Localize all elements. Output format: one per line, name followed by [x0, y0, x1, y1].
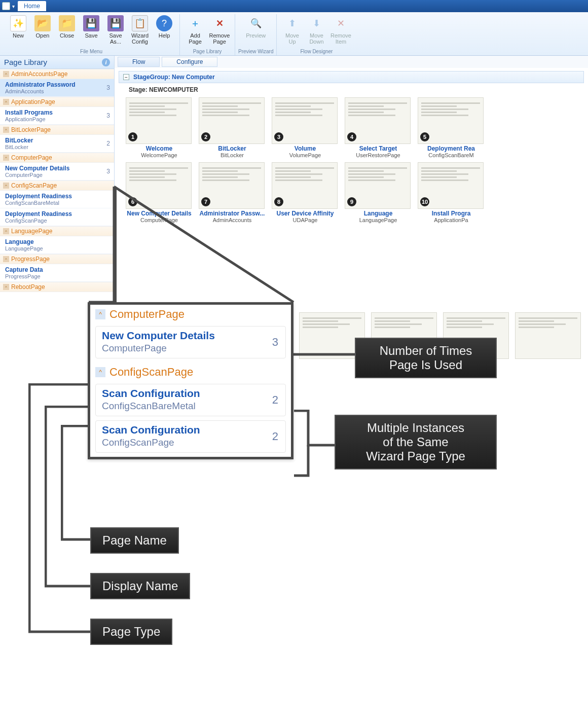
- removepage-button[interactable]: ✕Remove Page: [207, 14, 232, 46]
- thumb-title: Volume: [272, 145, 339, 152]
- chevron-up-icon[interactable]: ^: [95, 367, 105, 377]
- ribbon: ✨New 📂Open 📁Close 💾Save 💾Save As... 📋Wiz…: [0, 12, 588, 56]
- chevron-up-icon: ^: [3, 183, 9, 189]
- lib-group-header[interactable]: ^BitLockerPage: [0, 125, 114, 135]
- ribbon-group-preview: 🔍Preview Preview Wizard: [235, 14, 277, 55]
- thumb-number-badge: 3: [274, 132, 283, 141]
- lib-item-count: 2: [106, 140, 110, 147]
- preview-button[interactable]: 🔍Preview: [244, 14, 268, 40]
- lib-group-label: ConfigScanPage: [11, 182, 57, 189]
- page-thumb[interactable]: 4Select TargetUserRestorePage: [345, 97, 412, 158]
- thumb-title: Install Progra: [418, 210, 485, 217]
- page-thumb[interactable]: 5Deployment ReaConfigScanBareM: [418, 97, 485, 158]
- lib-item[interactable]: BitLockerBitLocker2: [0, 135, 114, 153]
- callout-page-name: ConfigScanBareMetal: [102, 401, 279, 412]
- lib-group-header[interactable]: ^ComputerPage: [0, 153, 114, 163]
- info-icon[interactable]: i: [102, 58, 110, 66]
- thumb-number-badge: 5: [420, 132, 429, 141]
- addpage-button[interactable]: ＋Add Page: [183, 14, 207, 46]
- thumb-title: Deployment Rea: [418, 145, 485, 152]
- tab-flow[interactable]: Flow: [118, 57, 160, 67]
- callout-group-header: ^ ConfigScanPage: [90, 363, 291, 382]
- lib-item-count: 3: [106, 168, 110, 175]
- open-button[interactable]: 📂Open: [30, 14, 55, 46]
- moveup-icon: ⬆: [284, 15, 300, 31]
- lib-item-name: AdminAccounts: [5, 88, 110, 94]
- movedown-button[interactable]: ⬇Move Down: [304, 14, 328, 46]
- thumb-subtitle: UserRestorePage: [345, 152, 412, 158]
- callout-group-label: ComputerPage: [109, 308, 185, 321]
- close-button[interactable]: 📁Close: [55, 14, 79, 46]
- ribbon-group-label: Flow Designer: [301, 49, 333, 55]
- callout-page-name: ComputerPage: [102, 343, 279, 354]
- chevron-up-icon: ^: [3, 228, 9, 234]
- sidebar-header: Page Library i: [0, 56, 114, 69]
- tab-configure[interactable]: Configure: [162, 57, 217, 67]
- lib-group-label: BitLockerPage: [11, 126, 51, 133]
- wizardconfig-button[interactable]: 📋Wizard Config: [128, 14, 152, 46]
- thumb-title: BitLocker: [199, 145, 266, 152]
- moveup-button[interactable]: ⬆Move Up: [280, 14, 304, 46]
- chevron-up-icon: ^: [3, 71, 9, 77]
- ribbon-group-label: File Menu: [80, 49, 102, 55]
- lib-item-name: ApplicationPage: [5, 116, 110, 122]
- stagegroup-title: StageGroup: New Computer: [133, 74, 215, 81]
- lib-item-display: New Computer Details: [5, 165, 110, 172]
- lib-item[interactable]: Administrator PasswordAdminAccounts3: [0, 79, 114, 97]
- callout-count: 2: [272, 393, 278, 407]
- page-thumb[interactable]: 9LanguageLanguagePage: [345, 162, 412, 223]
- callout-display-name: New Computer Details: [102, 330, 279, 342]
- lib-item-display: Install Programs: [5, 109, 110, 116]
- lib-item[interactable]: Install ProgramsApplicationPage3: [0, 107, 114, 125]
- help-icon: ?: [156, 15, 172, 31]
- chevron-up-icon[interactable]: ^: [95, 309, 105, 319]
- thumb-title: Language: [345, 210, 412, 217]
- annotation-count: Number of Times Page Is Used: [355, 338, 497, 378]
- thumb-number-badge: 4: [347, 132, 356, 141]
- chevron-up-icon: ^: [3, 127, 9, 133]
- stage-label: Stage: NEWCOMPUTER: [115, 83, 588, 95]
- page-thumb[interactable]: 10Install PrograApplicationPa: [418, 162, 485, 223]
- ribbon-group-label: Preview Wizard: [238, 49, 273, 55]
- document-icon[interactable]: [2, 2, 10, 10]
- page-thumb[interactable]: 3VolumeVolumePage: [272, 97, 339, 158]
- callout-group-label: ConfigScanPage: [109, 366, 193, 379]
- removeitem-button[interactable]: ✕Remove Item: [328, 14, 353, 46]
- chevron-up-icon: ^: [3, 99, 9, 105]
- saveas-button[interactable]: 💾Save As...: [103, 14, 128, 46]
- lib-item[interactable]: New Computer DetailsComputerPage3: [0, 163, 114, 180]
- stagegroup-header[interactable]: − StageGroup: New Computer: [119, 71, 584, 83]
- preview-icon: 🔍: [248, 15, 264, 31]
- sidebar-title: Page Library: [4, 58, 47, 66]
- lib-item-name: ComputerPage: [5, 172, 110, 178]
- titlebar: ▾ Home: [0, 0, 588, 12]
- page-thumb[interactable]: 1WelcomeWelcomePage: [126, 97, 193, 158]
- new-button[interactable]: ✨New: [6, 14, 30, 46]
- thumb-number-badge: 1: [128, 132, 137, 141]
- help-button[interactable]: ?Help: [152, 14, 176, 46]
- lib-group-header[interactable]: ^ApplicationPage: [0, 97, 114, 107]
- lib-group-label: LanguagePage: [11, 228, 52, 235]
- callout-page-name: ConfigScanPage: [102, 437, 279, 448]
- thumb-placeholder: [515, 312, 581, 359]
- save-button[interactable]: 💾Save: [79, 14, 103, 46]
- collapse-icon[interactable]: −: [123, 74, 129, 80]
- page-thumb[interactable]: 2BitLockerBitLocker: [199, 97, 266, 158]
- ribbon-group-flowdesigner: ⬆Move Up ⬇Move Down ✕Remove Item Flow De…: [277, 14, 356, 55]
- lib-item-name: BitLocker: [5, 144, 110, 150]
- callout-item[interactable]: Scan Configuration ConfigScanPage 2: [95, 420, 286, 453]
- callout-display-name: Scan Configuration: [102, 387, 279, 400]
- callout-item[interactable]: Scan Configuration ConfigScanBareMetal 2: [95, 384, 286, 416]
- lib-item-display: BitLocker: [5, 137, 110, 144]
- open-icon: 📂: [34, 15, 51, 31]
- subtabs: Flow Configure: [115, 56, 588, 68]
- lib-group-header[interactable]: ^AdminAccountsPage: [0, 69, 114, 79]
- quick-access-dropdown[interactable]: ▾: [12, 4, 15, 9]
- removeitem-icon: ✕: [333, 15, 349, 31]
- lib-group-label: RebootPage: [11, 283, 45, 291]
- new-icon: ✨: [10, 15, 26, 31]
- tab-home[interactable]: Home: [18, 1, 46, 11]
- callout-item[interactable]: New Computer Details ComputerPage 3: [95, 326, 286, 358]
- thumb-subtitle: ConfigScanBareM: [418, 152, 485, 158]
- zoom-callout: ^ ComputerPage New Computer Details Comp…: [88, 302, 293, 459]
